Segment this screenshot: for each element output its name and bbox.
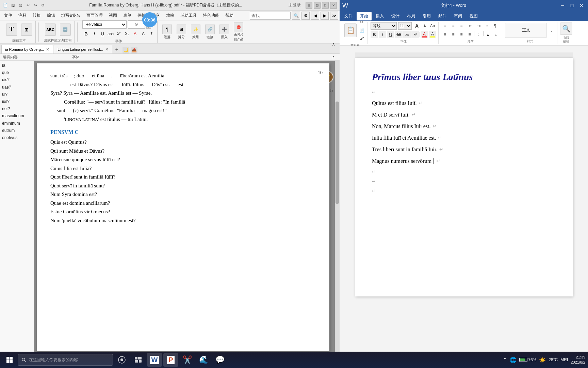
pdf-scrollbar[interactable] — [335, 61, 340, 354]
pdf-scrollbar-thumb[interactable] — [336, 102, 339, 204]
taskbar-tray-arrow[interactable]: ⌃ — [503, 357, 507, 363]
word-shrink-font-btn[interactable]: A — [421, 22, 428, 30]
pdf-menu-edit[interactable]: 编辑 — [44, 12, 58, 19]
pdf-menu-forms[interactable]: 表单 — [120, 12, 134, 19]
sidebar-word-7[interactable]: masculīnum — [2, 112, 32, 120]
word-menu-ref[interactable]: 引用 — [419, 12, 434, 20]
word-italic-btn[interactable]: I — [379, 31, 386, 38]
pdf-unlicensed-btn[interactable]: ⛔ 未授权的产品 — [232, 22, 245, 42]
pdf-toolbar-icon2[interactable]: 🖫 — [18, 3, 23, 8]
word-close-btn[interactable]: ✕ — [578, 2, 585, 9]
pdf-abc-btn[interactable]: ABC — [44, 23, 57, 36]
word-linespacing-btn[interactable]: ↕ — [475, 31, 483, 38]
pdf-menu-tools[interactable]: 辅助工具 — [178, 12, 199, 19]
pdf-italic-btn[interactable]: I — [91, 30, 98, 37]
word-normal-style[interactable]: 正文 — [505, 23, 547, 38]
pdf-undo[interactable]: ↩ — [25, 3, 31, 8]
word-restore-btn[interactable]: □ — [568, 2, 576, 9]
word-subscript-btn[interactable]: x₂ — [403, 31, 411, 38]
taskbar-app4-btn[interactable]: 🌊 — [196, 353, 211, 367]
word-paste-btn[interactable]: 📋 — [344, 24, 357, 37]
pdf-text-frame-btn[interactable]: 🔤 — [59, 23, 72, 36]
word-align-center-btn[interactable]: ≡ — [450, 31, 457, 38]
pdf-link-btn[interactable]: 🔗 链接 — [204, 24, 216, 40]
pdf-menu-present[interactable]: 放映 — [163, 12, 177, 19]
word-formatpaint-btn[interactable]: 🖌 — [358, 35, 365, 42]
word-textcolor-btn[interactable]: A — [421, 31, 428, 38]
word-align-right-btn[interactable]: ≡ — [458, 31, 465, 38]
word-sort-btn[interactable]: ↕ — [483, 22, 491, 30]
sidebar-word-1[interactable]: que — [2, 69, 32, 76]
pdf-insert-btn[interactable]: ➕ 插入 — [218, 24, 230, 40]
pdf-tab-1[interactable]: ia Romana by Orberg... ✕ — [1, 45, 53, 53]
sidebar-word-5[interactable]: ius? — [2, 98, 32, 105]
pdf-paragraph-btn[interactable]: ¶ 段落 — [161, 24, 173, 40]
word-styles-expand-btn[interactable]: ⌄ — [548, 23, 555, 38]
pdf-annot-icon-2[interactable]: 📥 — [131, 47, 137, 53]
word-align-left-btn[interactable]: ≡ — [441, 31, 449, 38]
taskbar-app3-btn[interactable]: ✂️ — [180, 353, 195, 367]
pdf-menu-pages[interactable]: 页面管理 — [84, 12, 105, 19]
taskbar-start-btn[interactable] — [3, 353, 16, 367]
pdf-redo[interactable]: ↪ — [33, 3, 38, 8]
word-superscript-btn[interactable]: x² — [411, 31, 419, 38]
pdf-bold-btn[interactable]: B — [82, 30, 90, 37]
pdf-highlight-btn[interactable]: A — [140, 30, 147, 37]
taskbar-taskview-btn[interactable] — [131, 353, 146, 367]
word-cut-btn[interactable]: ✂ — [358, 18, 365, 26]
word-menu-insert[interactable]: 插入 — [372, 12, 387, 20]
pdf-text-style-btn[interactable]: T — [148, 30, 155, 37]
pdf-annot-icon-1[interactable]: 🌙 — [122, 47, 129, 53]
pdf-tab-1-close[interactable]: ✕ — [46, 47, 49, 52]
word-underline-btn[interactable]: U — [387, 31, 394, 38]
pdf-login-status[interactable]: 未登录 — [286, 2, 304, 8]
pdf-settings-icon[interactable]: ⚙ — [40, 3, 46, 8]
pdf-menu-file[interactable]: 文件 — [1, 12, 15, 19]
pdf-menu-features[interactable]: 特色功能 — [200, 12, 222, 19]
pdf-toolbar-collapse-btn[interactable]: ∧ — [330, 41, 337, 48]
pdf-minimize-button[interactable]: ⊞ — [306, 2, 312, 9]
word-grow-font-btn[interactable]: A — [413, 22, 421, 30]
pdf-menu-fill[interactable]: 填写&签名 — [59, 12, 83, 19]
word-minimize-btn[interactable]: ─ — [559, 2, 566, 9]
pdf-new-tab-btn[interactable]: + — [113, 46, 120, 53]
word-menu-layout[interactable]: 布局 — [404, 12, 419, 20]
word-menu-review[interactable]: 审阅 — [451, 12, 466, 20]
pdf-tab-2-close[interactable]: ✕ — [105, 47, 109, 52]
sidebar-word-0[interactable]: ia — [2, 62, 32, 69]
taskbar-chat-btn[interactable]: 💬 — [212, 353, 227, 367]
pdf-next-btn[interactable]: ▶ — [321, 12, 329, 20]
pdf-toolbar-icon1[interactable]: 🖫 — [10, 3, 16, 8]
pdf-settings-btn[interactable]: ⚙ — [301, 12, 310, 20]
word-search-icon[interactable]: 🔍 — [560, 22, 572, 35]
sidebar-word-4[interactable]: ui? — [2, 91, 32, 98]
pdf-toolbar-expand-btn[interactable]: ∧ — [330, 55, 337, 60]
word-borders-btn[interactable]: □ — [492, 31, 500, 38]
sidebar-word-6[interactable]: not? — [2, 105, 32, 112]
sidebar-word-9[interactable]: eutrum — [2, 127, 32, 134]
word-menu-mail[interactable]: 邮件 — [435, 12, 450, 20]
pdf-close-button[interactable]: ✕ — [330, 2, 337, 9]
word-show-marks-btn[interactable]: ¶ — [491, 22, 499, 30]
word-menu-view[interactable]: 视图 — [466, 12, 481, 20]
pdf-effect-btn[interactable]: ✨ 效果 — [190, 24, 202, 40]
taskbar-battery-area[interactable]: 76% — [519, 357, 536, 362]
pdf-search-button[interactable]: 🔍 — [292, 12, 300, 20]
pdf-font-select[interactable]: Helvetica Times New Roman Arial — [82, 20, 127, 29]
pdf-underline-btn[interactable]: U — [99, 30, 106, 37]
word-decrease-indent-btn[interactable]: ⇤ — [467, 22, 474, 30]
taskbar-cortana-btn[interactable] — [114, 353, 129, 367]
pdf-menu-annotate[interactable]: 注释 — [16, 12, 29, 19]
pdf-strikethrough-btn[interactable]: abc — [107, 30, 114, 37]
pdf-superscript-btn[interactable]: X² — [115, 30, 122, 37]
word-menu-design[interactable]: 设计 — [388, 12, 403, 20]
word-justify-btn[interactable]: ≡ — [466, 31, 473, 38]
word-fontsize-select[interactable]: 11 12 14 — [398, 22, 412, 30]
word-bold-btn[interactable]: B — [371, 31, 378, 38]
pdf-menu-view[interactable]: 视图 — [106, 12, 120, 19]
word-clear-format-btn[interactable]: Aa — [429, 22, 436, 30]
pdf-subscript-btn[interactable]: X₂ — [123, 30, 131, 37]
word-shading-btn[interactable]: ▲ — [484, 31, 492, 38]
word-increase-indent-btn[interactable]: ⇥ — [475, 22, 483, 30]
taskbar-network-icon[interactable]: 🌐 — [510, 357, 517, 363]
